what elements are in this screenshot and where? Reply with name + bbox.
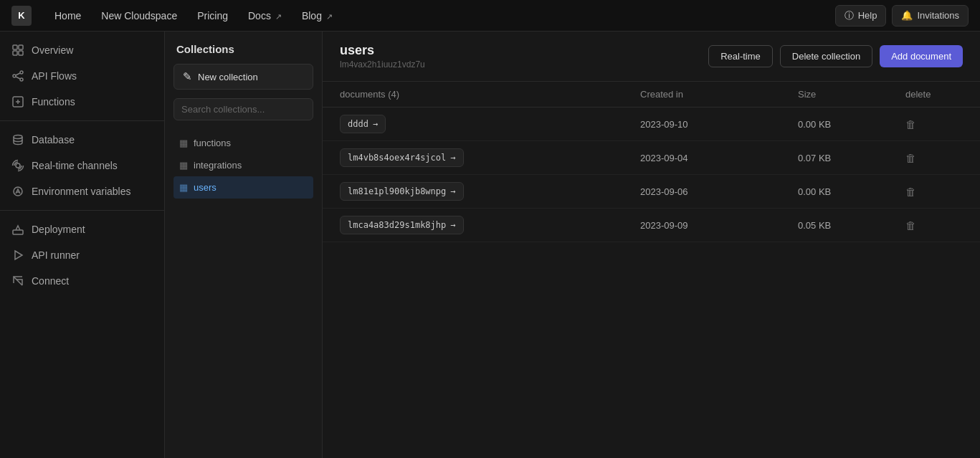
add-document-button[interactable]: Add document bbox=[880, 45, 963, 67]
nav-actions: ⓘ Help 🔔 Invitations bbox=[835, 5, 969, 27]
nav-links: Home New Cloudspace Pricing Docs Blog bbox=[46, 6, 835, 26]
document-link-lm81e1pl900kjb8wnpg[interactable]: lm81e1pl900kjb8wnpg → bbox=[340, 182, 464, 201]
nav-docs[interactable]: Docs bbox=[239, 6, 290, 26]
bell-icon: 🔔 bbox=[901, 10, 913, 21]
table-row: lm81e1pl900kjb8wnpg → 2023-09-06 0.00 KB… bbox=[323, 175, 980, 209]
document-link-lmca4a83d29s1mk8jhp[interactable]: lmca4a83d29s1mk8jhp → bbox=[340, 216, 464, 234]
doc-id-cell: lm4vb8s4oex4r4sjcol → bbox=[340, 148, 640, 167]
realtime-button[interactable]: Real-time bbox=[708, 45, 773, 67]
svg-marker-17 bbox=[15, 251, 22, 259]
doc-created-date: 2023-09-09 bbox=[640, 220, 798, 231]
delete-collection-button[interactable]: Delete collection bbox=[780, 45, 872, 67]
external-link-icon bbox=[274, 10, 282, 22]
help-icon: ⓘ bbox=[845, 9, 854, 22]
svg-line-7 bbox=[16, 73, 20, 75]
collections-title: Collections bbox=[173, 43, 313, 55]
top-nav: K Home New Cloudspace Pricing Docs Blog … bbox=[0, 0, 980, 32]
sidebar: Overview API Flows Functions Database bbox=[0, 32, 165, 458]
doc-size: 0.00 KB bbox=[798, 119, 905, 130]
delete-document-button[interactable]: 🗑 bbox=[905, 219, 963, 232]
nav-pricing[interactable]: Pricing bbox=[189, 6, 237, 26]
collection-icon: ▦ bbox=[179, 138, 188, 148]
sidebar-item-realtime-channels[interactable]: Real-time channels bbox=[0, 153, 164, 178]
external-link-icon bbox=[325, 10, 333, 22]
doc-created-date: 2023-09-10 bbox=[640, 119, 798, 130]
collections-panel: Collections ✎ New collection ▦ functions… bbox=[165, 32, 323, 458]
svg-point-4 bbox=[13, 75, 16, 77]
table-header: documents (4) Created in Size delete bbox=[323, 82, 980, 108]
nav-blog[interactable]: Blog bbox=[293, 6, 341, 26]
arrow-icon: → bbox=[373, 119, 378, 129]
sidebar-divider-2 bbox=[0, 210, 164, 211]
collection-title-area: users lm4vax2h1iuuz1vdz7u bbox=[340, 43, 425, 70]
arrow-icon: → bbox=[450, 153, 455, 163]
table-row: lmca4a83d29s1mk8jhp → 2023-09-09 0.05 KB… bbox=[323, 209, 980, 242]
logo[interactable]: K bbox=[11, 6, 32, 26]
arrow-icon: → bbox=[450, 186, 455, 196]
collection-item-users[interactable]: ▦ users bbox=[173, 176, 313, 199]
doc-id-cell: lmca4a83d29s1mk8jhp → bbox=[340, 216, 640, 234]
sidebar-item-api-flows[interactable]: API Flows bbox=[0, 63, 164, 89]
nav-cloudspace[interactable]: New Cloudspace bbox=[92, 6, 186, 26]
document-link-dddd[interactable]: dddd → bbox=[340, 115, 386, 133]
svg-point-13 bbox=[16, 163, 20, 168]
documents-table: documents (4) Created in Size delete ddd… bbox=[323, 82, 980, 458]
doc-size: 0.05 KB bbox=[798, 220, 905, 231]
connect-icon bbox=[11, 275, 24, 287]
sidebar-item-functions[interactable]: Functions bbox=[0, 89, 164, 115]
collection-item-integrations[interactable]: ▦ integrations bbox=[173, 154, 313, 176]
sidebar-item-deployment[interactable]: Deployment bbox=[0, 216, 164, 242]
doc-size: 0.00 KB bbox=[798, 186, 905, 197]
delete-document-button[interactable]: 🗑 bbox=[905, 118, 963, 130]
help-button[interactable]: ⓘ Help bbox=[835, 5, 887, 27]
sidebar-item-api-runner[interactable]: API runner bbox=[0, 242, 164, 268]
database-icon bbox=[11, 133, 24, 146]
sidebar-item-database[interactable]: Database bbox=[0, 127, 164, 153]
doc-size: 0.07 KB bbox=[798, 153, 905, 163]
flows-icon bbox=[11, 70, 24, 82]
svg-rect-16 bbox=[13, 230, 23, 234]
sidebar-item-connect[interactable]: Connect bbox=[0, 268, 164, 294]
collection-icon: ▦ bbox=[179, 182, 188, 193]
grid-icon bbox=[11, 44, 24, 57]
collection-actions: Real-time Delete collection Add document bbox=[708, 45, 963, 67]
svg-rect-2 bbox=[13, 51, 17, 55]
doc-id-cell: dddd → bbox=[340, 115, 640, 133]
sidebar-item-env-variables[interactable]: Environment variables bbox=[0, 178, 164, 204]
plus-icon: ✎ bbox=[183, 70, 192, 83]
collection-header: users lm4vax2h1iuuz1vdz7u Real-time Dele… bbox=[323, 32, 980, 82]
svg-line-18 bbox=[14, 277, 22, 285]
new-collection-button[interactable]: ✎ New collection bbox=[173, 64, 313, 90]
runner-icon bbox=[11, 249, 24, 262]
sidebar-divider bbox=[0, 120, 164, 121]
col-delete: delete bbox=[905, 89, 963, 100]
svg-rect-1 bbox=[19, 45, 23, 49]
doc-created-date: 2023-09-04 bbox=[640, 153, 798, 163]
col-size: Size bbox=[798, 89, 905, 100]
svg-point-6 bbox=[20, 78, 23, 81]
table-row: dddd → 2023-09-10 0.00 KB 🗑 bbox=[323, 108, 980, 141]
collection-icon: ▦ bbox=[179, 160, 188, 171]
delete-document-button[interactable]: 🗑 bbox=[905, 186, 963, 198]
collection-name: users bbox=[340, 43, 425, 58]
doc-id-cell: lm81e1pl900kjb8wnpg → bbox=[340, 182, 640, 201]
delete-document-button[interactable]: 🗑 bbox=[905, 152, 963, 164]
nav-home[interactable]: Home bbox=[46, 6, 90, 26]
app-body: Overview API Flows Functions Database bbox=[0, 0, 980, 458]
realtime-icon bbox=[11, 159, 24, 172]
doc-created-date: 2023-09-06 bbox=[640, 186, 798, 197]
arrow-icon: → bbox=[450, 220, 455, 230]
invitations-button[interactable]: 🔔 Invitations bbox=[892, 5, 969, 27]
collection-id: lm4vax2h1iuuz1vdz7u bbox=[340, 59, 425, 70]
svg-rect-0 bbox=[13, 45, 17, 49]
collection-item-functions[interactable]: ▦ functions bbox=[173, 132, 313, 154]
svg-point-12 bbox=[14, 135, 22, 139]
sidebar-item-overview[interactable]: Overview bbox=[0, 37, 164, 63]
col-documents: documents (4) bbox=[340, 89, 640, 100]
document-link-lm4vb8s4oex4r4sjcol[interactable]: lm4vb8s4oex4r4sjcol → bbox=[340, 148, 464, 167]
functions-icon bbox=[11, 95, 24, 108]
svg-line-8 bbox=[16, 77, 20, 79]
search-collections-input[interactable] bbox=[173, 98, 313, 120]
main-content: users lm4vax2h1iuuz1vdz7u Real-time Dele… bbox=[323, 32, 980, 458]
svg-point-5 bbox=[20, 71, 23, 74]
